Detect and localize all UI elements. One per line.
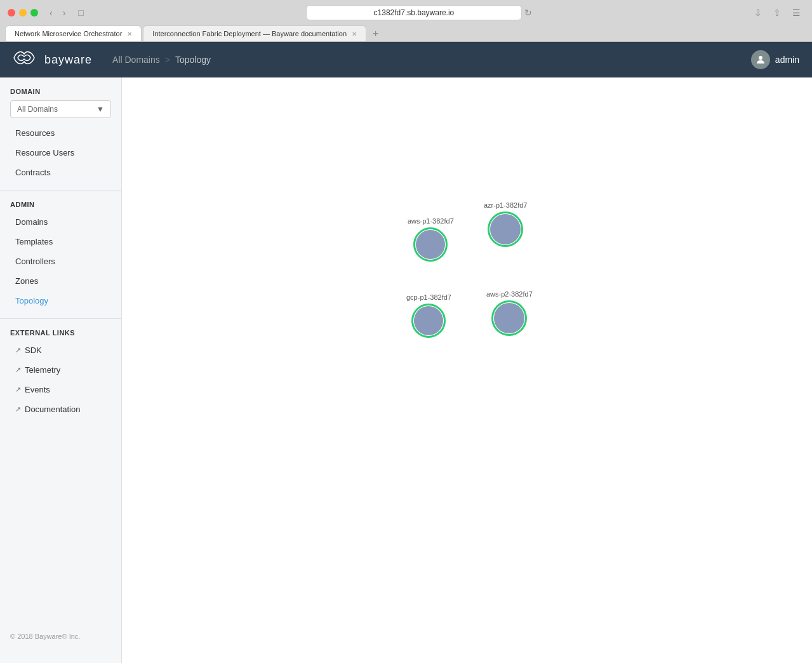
reload-button[interactable]: ↻ — [524, 8, 532, 18]
sidebar-item-contracts[interactable]: Contracts — [0, 163, 121, 182]
sidebar-footer: © 2018 Bayware® Inc. — [0, 622, 121, 650]
sidebar-item-sdk[interactable]: ↗ SDK — [0, 340, 121, 360]
domain-section-title: Domain — [10, 88, 111, 95]
sidebar-item-label: Domains — [15, 217, 48, 227]
sidebar-item-label: Topology — [15, 296, 48, 305]
tab-close-1[interactable]: ✕ — [127, 30, 132, 37]
address-bar: ↻ — [93, 5, 745, 20]
external-link-icon: ↗ — [15, 385, 21, 394]
external-section-title: External Links — [0, 321, 121, 340]
topology-node-aws-p1[interactable]: aws-p1-382fd7 — [408, 217, 454, 262]
admin-nav: Domains Templates Controllers Zones Topo… — [0, 212, 121, 316]
nav-buttons: ‹ › — [46, 6, 69, 19]
close-dot[interactable] — [8, 9, 15, 17]
sidebar: Domain All Domains ▼ Resources Resource … — [0, 77, 122, 663]
node-circle-outer-aws-p2 — [491, 300, 527, 336]
sidebar-item-controllers[interactable]: Controllers — [0, 251, 121, 271]
chevron-down-icon: ▼ — [97, 105, 104, 114]
tab-docs[interactable]: Interconnection Fabric Deployment — Bayw… — [143, 25, 366, 41]
minimize-dot[interactable] — [19, 9, 27, 17]
sidebar-toggle-button[interactable]: ☰ — [789, 6, 804, 19]
node-circle-inner-aws-p2 — [494, 303, 524, 333]
node-circle-outer-azr-p1 — [488, 211, 523, 247]
app-header: bayware All Domains > Topology admin — [0, 42, 812, 77]
node-label-azr-p1: azr-p1-382fd7 — [484, 201, 528, 209]
sidebar-item-label: Documentation — [25, 405, 80, 414]
divider-2 — [0, 318, 121, 319]
nav-section: Resources Resource Users Contracts — [0, 123, 121, 187]
browser-chrome: ‹ › □ ↻ ⇩ ⇧ ☰ Network Microservice Orche… — [0, 0, 812, 42]
node-label-aws-p2: aws-p2-382fd7 — [486, 290, 533, 298]
node-circle-outer-gcp-p1 — [411, 304, 446, 338]
browser-actions: ⇩ ⇧ ☰ — [750, 6, 804, 19]
topology-node-azr-p1[interactable]: azr-p1-382fd7 — [484, 201, 528, 247]
footer-text: © 2018 Bayware® Inc. — [10, 633, 80, 640]
maximize-dot[interactable] — [30, 9, 38, 17]
browser-titlebar: ‹ › □ ↻ ⇩ ⇧ ☰ — [0, 0, 812, 25]
sidebar-item-label: Telemetry — [25, 365, 60, 375]
topology-canvas: aws-p1-382fd7azr-p1-382fd7gcp-p1-382fd7a… — [122, 77, 812, 663]
domain-select-value: All Domains — [17, 105, 58, 114]
admin-label: admin — [775, 55, 799, 65]
domain-select[interactable]: All Domains ▼ — [10, 100, 111, 118]
node-circle-outer-aws-p1 — [413, 227, 448, 262]
sidebar-item-templates[interactable]: Templates — [0, 232, 121, 251]
breadcrumb-root[interactable]: All Domains — [112, 55, 160, 65]
breadcrumb: All Domains > Topology — [112, 55, 211, 65]
node-label-aws-p1: aws-p1-382fd7 — [408, 217, 454, 225]
node-label-gcp-p1: gcp-p1-382fd7 — [406, 293, 451, 301]
admin-section-title: Admin — [0, 193, 121, 212]
address-input[interactable] — [306, 5, 522, 20]
sidebar-item-label: Contracts — [15, 168, 51, 177]
browser-tabs: Network Microservice Orchestrator ✕ Inte… — [0, 25, 812, 42]
share-button[interactable]: ⇧ — [769, 6, 785, 19]
browser-dots — [8, 9, 38, 17]
domain-section: Domain All Domains ▼ — [0, 77, 121, 123]
divider-1 — [0, 190, 121, 191]
sidebar-item-label: Controllers — [15, 257, 55, 266]
sidebar-item-label: Events — [25, 385, 50, 394]
sidebar-item-label: Resource Users — [15, 148, 74, 157]
sidebar-item-events[interactable]: ↗ Events — [0, 380, 121, 399]
node-circle-inner-gcp-p1 — [414, 306, 443, 335]
app-logo: bayware — [13, 49, 92, 70]
external-link-icon: ↗ — [15, 346, 21, 354]
sidebar-item-documentation[interactable]: ↗ Documentation — [0, 399, 121, 419]
sidebar-item-label: Templates — [15, 237, 53, 246]
external-link-icon: ↗ — [15, 366, 21, 374]
download-button[interactable]: ⇩ — [750, 6, 766, 19]
breadcrumb-current: Topology — [175, 55, 211, 65]
svg-point-0 — [759, 56, 762, 60]
logo-text: bayware — [44, 53, 92, 67]
header-right: admin — [751, 50, 799, 69]
tab-add-button[interactable]: + — [368, 28, 383, 39]
sidebar-item-telemetry[interactable]: ↗ Telemetry — [0, 360, 121, 380]
topology-node-gcp-p1[interactable]: gcp-p1-382fd7 — [406, 293, 451, 338]
sidebar-item-resources[interactable]: Resources — [0, 123, 121, 143]
main-content: Domain All Domains ▼ Resources Resource … — [0, 77, 812, 663]
node-circle-inner-azr-p1 — [490, 214, 521, 244]
tab-close-2[interactable]: ✕ — [352, 30, 357, 37]
sidebar-item-label: Zones — [15, 276, 38, 286]
breadcrumb-separator: > — [165, 55, 170, 65]
avatar — [751, 50, 770, 69]
tab-label-2: Interconnection Fabric Deployment — Bayw… — [152, 30, 347, 37]
tab-active[interactable]: Network Microservice Orchestrator ✕ — [5, 25, 142, 41]
sidebar-item-label: SDK — [25, 345, 42, 355]
sidebar-item-resource-users[interactable]: Resource Users — [0, 143, 121, 163]
topology-node-aws-p2[interactable]: aws-p2-382fd7 — [486, 290, 533, 336]
external-link-icon: ↗ — [15, 405, 21, 413]
forward-button[interactable]: › — [59, 6, 70, 19]
external-nav: ↗ SDK ↗ Telemetry ↗ Events ↗ Documentati… — [0, 340, 121, 424]
sidebar-item-label: Resources — [15, 128, 55, 138]
back-button[interactable]: ‹ — [46, 6, 57, 19]
app-container: bayware All Domains > Topology admin Dom… — [0, 42, 812, 663]
sidebar-item-topology[interactable]: Topology — [0, 291, 121, 311]
sidebar-item-domains[interactable]: Domains — [0, 212, 121, 232]
tab-label-1: Network Microservice Orchestrator — [15, 30, 122, 37]
logo-icon — [13, 49, 36, 70]
node-circle-inner-aws-p1 — [416, 230, 445, 259]
sidebar-item-zones[interactable]: Zones — [0, 271, 121, 291]
window-button[interactable]: □ — [74, 6, 87, 19]
